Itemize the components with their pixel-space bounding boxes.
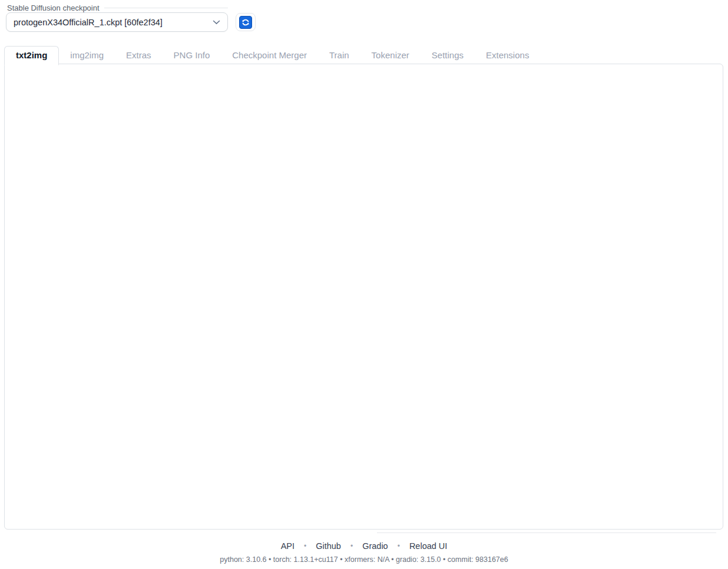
bullet-separator: • [350,542,353,550]
footer-links: API • Github • Gradio • Reload UI [0,541,728,551]
footer-link-gradio[interactable]: Gradio [362,541,388,551]
checkpoint-label: Stable Diffusion checkpoint [7,4,228,12]
tab-content-panel [4,64,723,530]
tab-txt2img[interactable]: txt2img [4,46,59,65]
footer-link-github[interactable]: Github [316,541,341,551]
info-divider [377,532,716,533]
tab-img2img[interactable]: img2img [59,47,115,65]
tab-png-info[interactable]: PNG Info [163,47,221,65]
tab-train[interactable]: Train [318,47,360,65]
bullet-separator: • [304,542,306,550]
tab-extensions[interactable]: Extensions [475,47,540,65]
refresh-icon [239,16,252,29]
checkpoint-dropdown-value: protogenX34OfficialR_1.ckpt [60fe2f34] [14,18,163,27]
main-tabs: txt2img img2img Extras PNG Info Checkpoi… [4,46,540,65]
tab-extras[interactable]: Extras [115,47,163,65]
checkpoint-label-text: Stable Diffusion checkpoint [7,4,100,12]
footer-link-reload-ui[interactable]: Reload UI [409,541,447,551]
footer-versions: python: 3.10.6 • torch: 1.13.1+cu117 • x… [0,555,728,564]
refresh-checkpoint-button[interactable] [236,13,256,31]
tab-checkpoint-merger[interactable]: Checkpoint Merger [221,47,318,65]
tab-settings[interactable]: Settings [421,47,475,65]
chevron-down-icon [213,20,220,25]
tab-tokenizer[interactable]: Tokenizer [360,47,421,65]
checkpoint-dropdown[interactable]: protogenX34OfficialR_1.ckpt [60fe2f34] [6,12,228,32]
bullet-separator: • [398,542,400,550]
label-rule [104,8,228,8]
footer-link-api[interactable]: API [281,541,294,551]
